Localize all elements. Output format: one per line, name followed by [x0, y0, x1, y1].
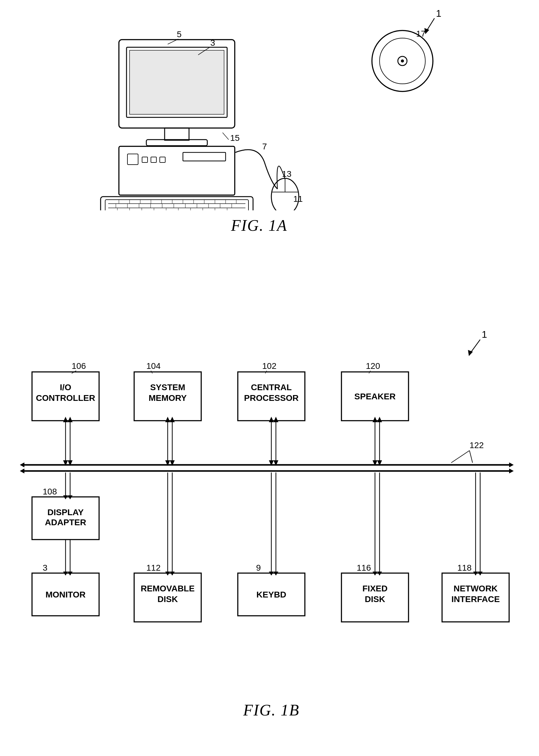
svg-text:5: 5 — [177, 30, 182, 39]
svg-rect-9 — [183, 152, 226, 161]
svg-text:106: 106 — [72, 361, 86, 371]
svg-line-58 — [223, 133, 229, 140]
svg-rect-13 — [160, 157, 165, 163]
svg-text:SPEAKER: SPEAKER — [354, 392, 395, 401]
svg-text:1: 1 — [436, 9, 441, 19]
svg-text:REMOVABLE: REMOVABLE — [141, 584, 195, 593]
svg-line-123 — [451, 451, 470, 463]
svg-marker-114 — [377, 417, 382, 422]
cd-drawing: 17 — [369, 28, 436, 95]
svg-text:120: 120 — [366, 361, 380, 371]
svg-text:3: 3 — [210, 38, 215, 47]
fig1a-section: 1 — [46, 18, 473, 234]
svg-rect-5 — [129, 50, 224, 114]
fig1b-section: 1 I/O CONTROLLER 106 SYSTEM MEMORY 104 C… — [15, 354, 527, 719]
svg-marker-121 — [509, 469, 514, 474]
svg-text:116: 116 — [357, 563, 371, 572]
svg-marker-96 — [68, 417, 73, 422]
svg-text:PROCESSOR: PROCESSOR — [244, 393, 299, 403]
svg-text:FIXED: FIXED — [362, 584, 387, 593]
svg-text:CENTRAL: CENTRAL — [251, 383, 292, 392]
svg-marker-108 — [273, 417, 278, 422]
svg-text:1: 1 — [482, 329, 487, 340]
svg-text:9: 9 — [256, 563, 261, 572]
svg-marker-117 — [20, 462, 24, 467]
svg-text:112: 112 — [146, 563, 161, 572]
svg-text:104: 104 — [146, 361, 161, 371]
svg-text:CONTROLLER: CONTROLLER — [36, 393, 95, 403]
svg-text:15: 15 — [230, 133, 240, 143]
svg-text:DISPLAY: DISPLAY — [47, 507, 84, 517]
fig1b-caption: FIG. 1B — [15, 701, 527, 719]
svg-rect-11 — [142, 157, 148, 163]
computer-drawing: 5 3 9 15 7 11 13 — [82, 28, 332, 210]
fig1a-caption: FIG. 1A — [46, 216, 473, 234]
svg-text:MEMORY: MEMORY — [149, 393, 187, 403]
svg-text:KEYBD: KEYBD — [257, 590, 286, 599]
svg-rect-10 — [127, 154, 138, 165]
svg-rect-6 — [165, 128, 189, 140]
fig1a-illustration: 5 3 9 15 7 11 13 — [46, 28, 473, 210]
svg-text:NETWORK: NETWORK — [454, 584, 498, 593]
svg-line-124 — [470, 451, 473, 463]
svg-text:DISK: DISK — [158, 594, 178, 604]
svg-text:108: 108 — [43, 487, 57, 496]
svg-marker-2 — [424, 28, 429, 34]
svg-text:INTERFACE: INTERFACE — [451, 594, 500, 604]
svg-marker-102 — [170, 417, 175, 422]
svg-rect-12 — [151, 157, 156, 163]
svg-text:DISK: DISK — [365, 594, 385, 604]
svg-text:SYSTEM: SYSTEM — [150, 383, 185, 392]
svg-marker-118 — [509, 462, 514, 467]
svg-text:122: 122 — [470, 440, 484, 450]
svg-marker-120 — [20, 469, 24, 474]
svg-line-1 — [427, 18, 434, 31]
svg-text:ADAPTER: ADAPTER — [45, 518, 86, 527]
svg-text:13: 13 — [282, 169, 291, 179]
svg-text:I/O: I/O — [60, 383, 71, 392]
svg-marker-100 — [165, 417, 170, 422]
svg-marker-94 — [63, 417, 68, 422]
svg-text:118: 118 — [457, 563, 472, 572]
svg-text:102: 102 — [262, 361, 276, 371]
block-diagram-svg: I/O CONTROLLER 106 SYSTEM MEMORY 104 CEN… — [15, 354, 527, 683]
ref1-top-arrow: 1 — [418, 9, 448, 37]
svg-text:7: 7 — [262, 142, 267, 151]
svg-line-71 — [471, 340, 480, 352]
block-diagram: I/O CONTROLLER 106 SYSTEM MEMORY 104 CEN… — [15, 354, 527, 689]
svg-point-68 — [401, 59, 404, 62]
svg-text:11: 11 — [293, 194, 303, 204]
svg-marker-112 — [372, 417, 377, 422]
svg-text:MONITOR: MONITOR — [45, 590, 86, 599]
svg-text:3: 3 — [43, 563, 47, 572]
svg-marker-106 — [269, 417, 274, 422]
